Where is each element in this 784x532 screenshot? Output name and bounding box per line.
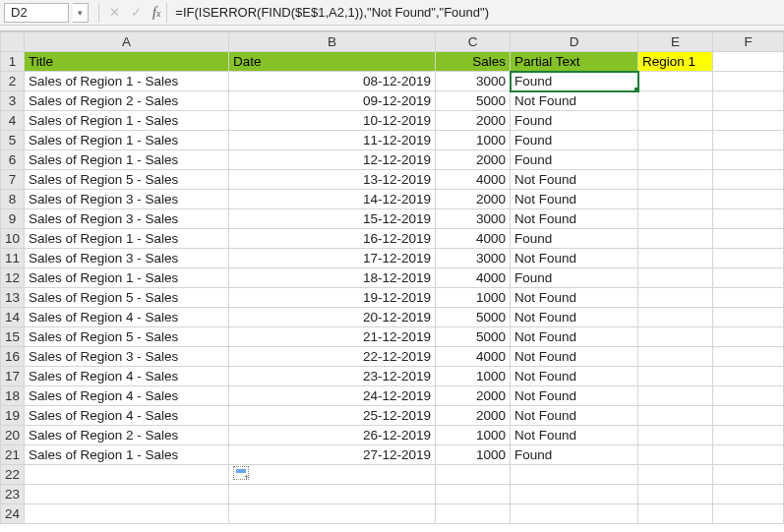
cell[interactable] (713, 445, 784, 465)
cell[interactable] (713, 111, 784, 131)
cell[interactable]: 23-12-2019 (229, 367, 436, 386)
cell[interactable]: Sales of Region 5 - Sales (25, 327, 229, 347)
cell[interactable]: 11-12-2019 (229, 131, 436, 150)
cell[interactable]: Sales of Region 4 - Sales (25, 308, 229, 327)
row-header[interactable]: 17 (1, 367, 25, 386)
cell[interactable]: Title (25, 52, 229, 72)
cell[interactable]: 16-12-2019 (229, 229, 436, 249)
row-header[interactable]: 7 (1, 170, 25, 190)
cell[interactable] (436, 504, 511, 524)
cell[interactable] (638, 386, 713, 406)
cell[interactable]: Not Found (511, 91, 638, 111)
row-header[interactable]: 24 (1, 504, 25, 524)
cell[interactable]: 09-12-2019 (229, 91, 436, 111)
cell[interactable]: Found (511, 131, 638, 150)
cell[interactable] (713, 131, 784, 150)
cell[interactable] (638, 288, 713, 308)
cell[interactable]: Sales of Region 4 - Sales (25, 367, 229, 386)
cell[interactable]: 17-12-2019 (229, 249, 436, 268)
cell[interactable]: Not Found (511, 190, 638, 209)
cell[interactable] (638, 327, 713, 347)
cell[interactable]: 20-12-2019 (229, 308, 436, 327)
cell[interactable] (638, 190, 713, 209)
cell[interactable] (713, 406, 784, 426)
cell[interactable] (713, 190, 784, 209)
cell[interactable]: Not Found (511, 426, 638, 445)
cell[interactable]: 3000 (436, 72, 511, 91)
cell[interactable] (713, 386, 784, 406)
cell[interactable]: 13-12-2019 (229, 170, 436, 190)
row-header[interactable]: 10 (1, 229, 25, 249)
cell[interactable]: Sales (436, 52, 511, 72)
row-header[interactable]: 19 (1, 406, 25, 426)
cell[interactable]: Not Found (511, 249, 638, 268)
cell[interactable] (436, 485, 511, 504)
cell[interactable] (638, 485, 713, 504)
cell[interactable]: 19-12-2019 (229, 288, 436, 308)
cell[interactable]: Sales of Region 3 - Sales (25, 209, 229, 229)
cell[interactable]: 14-12-2019 (229, 190, 436, 209)
cell[interactable] (229, 465, 436, 485)
cell[interactable]: Found (511, 229, 638, 249)
cell[interactable]: Sales of Region 3 - Sales (25, 347, 229, 367)
cell[interactable] (713, 268, 784, 288)
cell[interactable] (638, 308, 713, 327)
cell[interactable]: 1000 (436, 288, 511, 308)
cell[interactable]: 5000 (436, 91, 511, 111)
cell[interactable]: Sales of Region 4 - Sales (25, 386, 229, 406)
column-header-B[interactable]: B (229, 32, 436, 52)
cell[interactable] (638, 268, 713, 288)
cell[interactable] (713, 327, 784, 347)
column-header-D[interactable]: D (511, 32, 638, 52)
cell[interactable]: 10-12-2019 (229, 111, 436, 131)
cell[interactable] (25, 465, 229, 485)
cell[interactable] (713, 209, 784, 229)
cell[interactable]: Not Found (511, 386, 638, 406)
cell[interactable]: 3000 (436, 249, 511, 268)
cell[interactable] (713, 91, 784, 111)
row-header[interactable]: 12 (1, 268, 25, 288)
cell[interactable] (713, 308, 784, 327)
cell[interactable]: 4000 (436, 229, 511, 249)
formula-input[interactable]: =IF(ISERROR(FIND($E$1,A2,1)),"Not Found"… (166, 3, 784, 23)
row-header[interactable]: 16 (1, 347, 25, 367)
cell[interactable]: 2000 (436, 386, 511, 406)
cell[interactable]: Found (511, 445, 638, 465)
insert-function-button[interactable]: fx (152, 5, 160, 21)
cell[interactable]: 15-12-2019 (229, 209, 436, 229)
row-header[interactable]: 18 (1, 386, 25, 406)
select-all-corner[interactable] (1, 32, 25, 52)
cell[interactable] (638, 229, 713, 249)
cancel-formula-button[interactable]: ✕ (103, 2, 125, 24)
cell[interactable]: Partial Text (511, 52, 638, 72)
cell[interactable] (638, 504, 713, 524)
cell[interactable] (713, 52, 784, 72)
cell[interactable]: 4000 (436, 170, 511, 190)
cell[interactable]: Region 1 (638, 52, 713, 72)
cell[interactable]: Sales of Region 1 - Sales (25, 131, 229, 150)
cell[interactable]: 5000 (436, 327, 511, 347)
cell[interactable]: Sales of Region 5 - Sales (25, 170, 229, 190)
cell[interactable] (638, 131, 713, 150)
cell[interactable]: Not Found (511, 288, 638, 308)
cell[interactable] (713, 72, 784, 91)
cell[interactable]: 5000 (436, 308, 511, 327)
cell[interactable]: Sales of Region 1 - Sales (25, 111, 229, 131)
row-header[interactable]: 20 (1, 426, 25, 445)
cell[interactable]: Sales of Region 3 - Sales (25, 190, 229, 209)
cell[interactable] (713, 504, 784, 524)
column-header-F[interactable]: F (713, 32, 784, 52)
cell[interactable] (638, 445, 713, 465)
cell[interactable] (229, 485, 436, 504)
cell[interactable]: 2000 (436, 150, 511, 170)
cell[interactable]: 12-12-2019 (229, 150, 436, 170)
cell[interactable] (511, 465, 638, 485)
cell[interactable] (638, 367, 713, 386)
cell[interactable]: 18-12-2019 (229, 268, 436, 288)
enter-formula-button[interactable]: ✓ (125, 2, 147, 24)
column-header-E[interactable]: E (638, 32, 713, 52)
cell[interactable] (713, 229, 784, 249)
cell[interactable] (638, 426, 713, 445)
cell[interactable]: 27-12-2019 (229, 445, 436, 465)
cell[interactable]: 25-12-2019 (229, 406, 436, 426)
